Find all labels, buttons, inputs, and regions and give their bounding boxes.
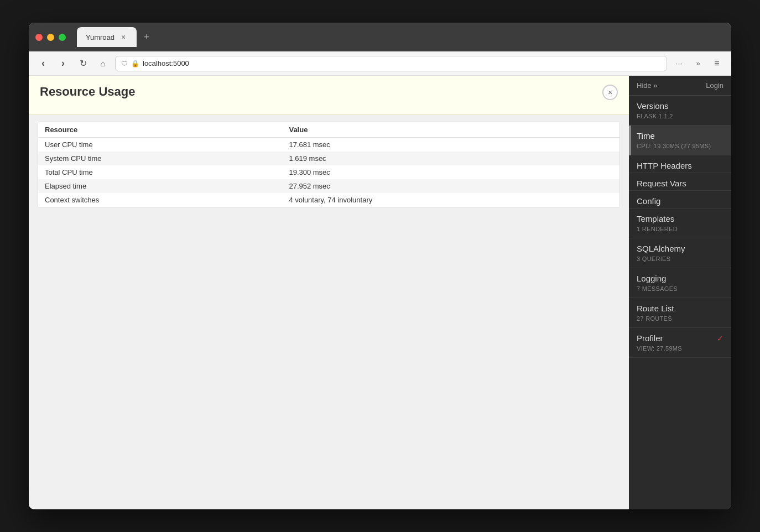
close-icon: × xyxy=(608,88,612,97)
col-header-resource: Resource xyxy=(38,122,282,138)
debug-section-profiler-header: Profiler✓ xyxy=(629,328,731,345)
main-area: Resource Usage × Resource Value Use xyxy=(29,76,629,509)
debug-section-sqlalchemy[interactable]: SQLAlchemy3 queries xyxy=(629,238,731,268)
table-row: User CPU time17.681 msec xyxy=(38,138,620,152)
maximize-traffic-light[interactable] xyxy=(59,34,66,41)
debug-section-route-list-sub: 27 routes xyxy=(629,315,731,327)
debug-section-profiler[interactable]: Profiler✓View: 27.59ms xyxy=(629,328,731,358)
browser-window: Yumroad × + ‹ › ↻ ⌂ 🛡 🔒 localhost:5000 ·… xyxy=(29,23,731,509)
resource-value-cell: 27.952 msec xyxy=(282,179,620,193)
debug-section-time-sub: CPU: 19.30ms (27.95ms) xyxy=(629,143,731,155)
resource-panel: Resource Usage × xyxy=(29,76,629,115)
debug-section-sqlalchemy-sub: 3 queries xyxy=(629,255,731,268)
debug-section-templates-label: Templates xyxy=(637,214,674,223)
debug-section-route-list-header: Route List xyxy=(629,298,731,315)
more-options-button[interactable]: ··· xyxy=(671,56,687,71)
debug-section-logging-sub: 7 messages xyxy=(629,285,731,298)
debug-section-config-header: Config xyxy=(629,191,731,208)
login-button[interactable]: Login xyxy=(706,81,723,90)
debug-section-route-list-label: Route List xyxy=(637,304,674,313)
traffic-lights xyxy=(35,34,66,41)
resource-title: Resource Usage xyxy=(40,85,602,99)
sidebar-bottom-area xyxy=(629,358,731,509)
resource-value-cell: 1.619 msec xyxy=(282,152,620,165)
debug-section-request-vars-label: Request Vars xyxy=(637,179,686,188)
table-row: Total CPU time19.300 msec xyxy=(38,165,620,179)
debug-section-logging-label: Logging xyxy=(637,274,666,283)
debug-section-templates[interactable]: Templates1 Rendered xyxy=(629,208,731,238)
resource-value-cell: 19.300 msec xyxy=(282,165,620,179)
dots-icon: ··· xyxy=(675,59,683,67)
table-row: System CPU time1.619 msec xyxy=(38,152,620,165)
toolbar-right: ··· » ≡ xyxy=(671,56,725,71)
title-bar: Yumroad × + xyxy=(29,23,731,51)
debug-section-versions-header: Versions xyxy=(629,96,731,113)
browser-toolbar: ‹ › ↻ ⌂ 🛡 🔒 localhost:5000 ··· » ≡ xyxy=(29,51,731,76)
tab-title: Yumroad xyxy=(86,33,114,41)
debug-section-profiler-label: Profiler xyxy=(637,333,663,343)
debug-section-route-list[interactable]: Route List27 routes xyxy=(629,298,731,328)
resource-name-cell: Elapsed time xyxy=(38,179,282,193)
extensions-button[interactable]: » xyxy=(690,56,706,71)
debug-section-config[interactable]: Config xyxy=(629,191,731,208)
debug-section-time[interactable]: TimeCPU: 19.30ms (27.95ms) xyxy=(629,126,731,155)
debug-section-templates-sub: 1 Rendered xyxy=(629,226,731,238)
home-button[interactable]: ⌂ xyxy=(95,56,111,71)
address-bar[interactable]: 🛡 🔒 localhost:5000 xyxy=(115,56,667,71)
debug-section-time-header: Time xyxy=(629,126,731,143)
debug-section-time-label: Time xyxy=(637,131,655,140)
debug-sidebar: Hide » Login VersionsFlask 1.1.2TimeCPU:… xyxy=(629,76,731,509)
debug-section-sqlalchemy-label: SQLAlchemy xyxy=(637,244,685,253)
debug-section-http-headers-label: HTTP Headers xyxy=(637,161,692,170)
forward-button[interactable]: › xyxy=(55,56,71,71)
back-icon: ‹ xyxy=(41,58,45,69)
debug-section-profiler-sub: View: 27.59ms xyxy=(629,345,731,357)
browser-content: Resource Usage × Resource Value Use xyxy=(29,76,731,509)
shield-icon: 🛡 xyxy=(121,60,128,67)
table-row: Elapsed time27.952 msec xyxy=(38,179,620,193)
forward-icon: › xyxy=(61,58,65,69)
debug-section-request-vars-header: Request Vars xyxy=(629,173,731,190)
resource-name-cell: System CPU time xyxy=(38,152,282,165)
refresh-button[interactable]: ↻ xyxy=(75,56,91,71)
home-icon: ⌂ xyxy=(100,59,105,68)
hamburger-menu-button[interactable]: ≡ xyxy=(709,56,725,71)
browser-tab[interactable]: Yumroad × xyxy=(77,27,137,47)
resource-name-cell: Total CPU time xyxy=(38,165,282,179)
debug-section-sqlalchemy-header: SQLAlchemy xyxy=(629,238,731,255)
resource-table: Resource Value User CPU time17.681 msecS… xyxy=(38,122,620,207)
resource-name-cell: Context switches xyxy=(38,193,282,207)
back-button[interactable]: ‹ xyxy=(35,56,51,71)
debug-section-config-label: Config xyxy=(637,196,660,206)
debug-section-http-headers-header: HTTP Headers xyxy=(629,155,731,173)
debug-section-versions-label: Versions xyxy=(637,101,669,111)
debug-section-versions[interactable]: VersionsFlask 1.1.2 xyxy=(629,96,731,126)
url-text: localhost:5000 xyxy=(143,59,661,67)
tab-bar: Yumroad × + xyxy=(77,27,725,47)
hamburger-icon: ≡ xyxy=(714,59,719,69)
resource-name-cell: User CPU time xyxy=(38,138,282,152)
chevron-right-icon: » xyxy=(696,59,700,67)
tab-close-button[interactable]: × xyxy=(119,33,128,41)
lock-icon: 🔒 xyxy=(131,60,139,67)
debug-sidebar-header: Hide » Login xyxy=(629,76,731,96)
debug-section-logging[interactable]: Logging7 messages xyxy=(629,268,731,298)
col-header-value: Value xyxy=(282,122,620,138)
profiler-check-icon: ✓ xyxy=(717,334,723,343)
debug-sections-list: VersionsFlask 1.1.2TimeCPU: 19.30ms (27.… xyxy=(629,96,731,358)
resource-value-cell: 4 voluntary, 74 involuntary xyxy=(282,193,620,207)
debug-section-logging-header: Logging xyxy=(629,268,731,285)
minimize-traffic-light[interactable] xyxy=(47,34,54,41)
resource-value-cell: 17.681 msec xyxy=(282,138,620,152)
debug-section-request-vars[interactable]: Request Vars xyxy=(629,173,731,191)
table-row: Context switches4 voluntary, 74 involunt… xyxy=(38,193,620,207)
new-tab-button[interactable]: + xyxy=(139,29,154,45)
refresh-icon: ↻ xyxy=(80,58,87,69)
resource-table-container: Resource Value User CPU time17.681 msecS… xyxy=(38,122,620,207)
debug-section-http-headers[interactable]: HTTP Headers xyxy=(629,155,731,173)
close-traffic-light[interactable] xyxy=(35,34,43,41)
debug-section-versions-sub: Flask 1.1.2 xyxy=(629,113,731,125)
resource-panel-close-button[interactable]: × xyxy=(602,85,618,100)
debug-section-templates-header: Templates xyxy=(629,208,731,226)
hide-sidebar-button[interactable]: Hide » xyxy=(637,81,658,90)
